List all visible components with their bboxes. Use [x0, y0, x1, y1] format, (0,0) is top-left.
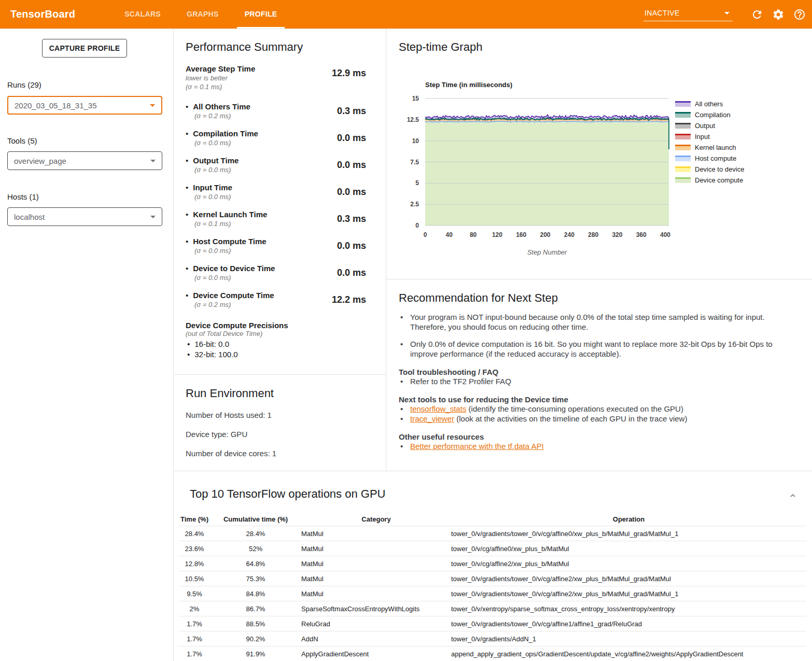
- metric-value: 12.2 ms: [332, 291, 366, 309]
- top-ops-table: Time (%)Cumulative time (%)CategoryOpera…: [179, 512, 806, 661]
- metric-label-line: •Host Compute Time: [186, 237, 267, 246]
- metric-row: •Device to Device Time(σ = 0.0 ms)0.0 ms: [186, 264, 366, 282]
- table-cell: 52%: [210, 545, 301, 553]
- column-header: Time (%): [179, 515, 210, 523]
- table-row: 10.5%75.3%MatMultower_0/v/gradients/towe…: [179, 571, 806, 586]
- table-cell: tower_0/v/gradients/AddN_1: [451, 635, 806, 643]
- svg-text:Step Number: Step Number: [527, 248, 567, 256]
- recommendation-subhead: Other useful resources: [399, 432, 796, 441]
- table-cell: 1.7%: [179, 635, 210, 643]
- performance-summary-section: Performance Summary Average Step Timelow…: [186, 40, 366, 360]
- legend-item-device-compute: Device compute: [675, 175, 744, 186]
- graph-section-divider: [386, 279, 812, 279]
- hosts-dropdown[interactable]: localhost: [7, 207, 162, 226]
- table-cell: MatMul: [301, 560, 451, 568]
- capture-profile-button[interactable]: CAPTURE PROFILE: [42, 39, 127, 58]
- chevron-down-icon: [150, 216, 156, 218]
- bullet-icon: •: [186, 210, 188, 219]
- legend-label: Device to device: [695, 165, 744, 173]
- metric-row: •Kernel Launch Time(σ = 0.1 ms)0.3 ms: [186, 210, 366, 228]
- table-cell: 88.5%: [210, 620, 301, 628]
- legend-item-host-compute: Host compute: [675, 153, 744, 164]
- recommendation-subhead: Next tools to use for reducing the Devic…: [399, 395, 796, 404]
- column-header: Category: [301, 515, 451, 523]
- legend-item-all-others: All others: [675, 99, 744, 109]
- svg-text:120: 120: [492, 231, 502, 238]
- table-cell: 23.6%: [179, 545, 210, 553]
- runs-label: Runs (29): [7, 80, 41, 89]
- svg-text:280: 280: [588, 231, 598, 238]
- tab-profile[interactable]: PROFILE: [232, 0, 290, 29]
- table-cell: tower_0/v/gradients/tower_0/v/cg/affine0…: [451, 530, 806, 538]
- metric-row: •Compilation Time(σ = 0.0 ms)0.0 ms: [186, 129, 366, 147]
- chevron-down-icon: [150, 104, 155, 107]
- runs-dropdown[interactable]: 2020_03_05_18_31_35: [7, 96, 162, 115]
- metric-label: Host Compute Time: [193, 237, 266, 246]
- recommendation-link[interactable]: tensorflow_stats: [410, 404, 466, 413]
- header-divider: [0, 29, 812, 29]
- metric-value: 0.3 ms: [337, 102, 366, 120]
- svg-text:15: 15: [412, 95, 419, 102]
- refresh-icon[interactable]: [751, 8, 763, 21]
- legend-label: All others: [695, 100, 723, 108]
- metric-label: Compilation Time: [193, 129, 258, 138]
- legend-item-kernel-launch: Kernel launch: [675, 142, 744, 153]
- svg-text:80: 80: [470, 231, 477, 238]
- table-cell: ApplyGradientDescent: [301, 650, 451, 658]
- metric-sigma: (σ = 0.0 ms): [194, 192, 232, 201]
- legend-item-output: Output: [675, 120, 744, 131]
- status-dropdown[interactable]: INACTIVE: [643, 8, 733, 21]
- legend-swatch-icon: [675, 156, 691, 161]
- toolbar-right: INACTIVE: [643, 0, 806, 29]
- metric-row: •Device Compute Time(σ = 0.2 ms)12.2 ms: [186, 291, 366, 309]
- table-cell: 28.4%: [210, 530, 301, 538]
- column-divider: [386, 29, 386, 471]
- metric-value: 12.9 ms: [332, 64, 366, 91]
- metric-labels: •Input Time(σ = 0.0 ms): [186, 183, 232, 201]
- svg-text:2.5: 2.5: [410, 201, 419, 208]
- metric-label-line: •Device to Device Time: [186, 264, 275, 273]
- recommendation-title: Recommendation for Next Step: [399, 291, 796, 305]
- recommendation-item-text: (look at the activities on the timeline …: [454, 414, 687, 423]
- bullet-icon: •: [186, 237, 188, 246]
- bullet-icon: •: [186, 102, 188, 111]
- metric-label-line: Average Step Time: [186, 64, 255, 74]
- metric-sigma: (σ = 0.0 ms): [194, 138, 258, 147]
- metric-sigma: (σ = 0.0 ms): [194, 165, 239, 174]
- status-value: INACTIVE: [645, 9, 680, 17]
- tools-dropdown[interactable]: overview_page: [7, 151, 162, 170]
- svg-text:0: 0: [415, 222, 419, 229]
- recommendation-section: Recommendation for Next Step Your progra…: [399, 291, 796, 451]
- help-icon[interactable]: [793, 8, 806, 21]
- svg-text:7.5: 7.5: [410, 159, 419, 166]
- table-cell: ReluGrad: [301, 620, 451, 628]
- metric-label: Device Compute Time: [193, 291, 274, 300]
- legend-label: Output: [695, 122, 715, 130]
- hosts-value: localhost: [14, 213, 45, 221]
- metric-labels: •All Others Time(σ = 0.2 ms): [186, 102, 250, 120]
- recommendation-link[interactable]: trace_viewer: [410, 414, 454, 423]
- recommendation-link[interactable]: Better performance with the tf.data API: [410, 442, 544, 451]
- recommendation-item-text: (identify the time-consuming operations …: [466, 404, 683, 413]
- table-cell: tower_0/v/gradients/tower_0/v/cg/affine2…: [451, 590, 806, 598]
- legend-label: Input: [695, 133, 710, 140]
- tab-graphs[interactable]: GRAPHS: [174, 0, 232, 29]
- metric-sigma: (σ = 0.0 ms): [194, 246, 267, 255]
- legend-item-compilation: Compilation: [675, 109, 744, 120]
- run-environment-title: Run Environment: [186, 387, 366, 400]
- device-compute-precisions: Device Compute Precisions (out of Total …: [186, 321, 366, 360]
- collapse-chevron-up-icon[interactable]: [788, 491, 797, 500]
- table-cell: 91.9%: [210, 650, 301, 658]
- top-ops-title: Top 10 TensorFlow operations on GPU: [190, 487, 385, 501]
- legend-swatch-icon: [675, 177, 691, 183]
- metric-value: 0.0 ms: [337, 156, 366, 174]
- tab-scalars[interactable]: SCALARS: [111, 0, 174, 29]
- table-cell: 9.5%: [179, 590, 210, 598]
- metric-sigma: (σ = 0.2 ms): [194, 111, 250, 120]
- legend-item-input: Input: [675, 131, 744, 142]
- svg-text:240: 240: [564, 231, 575, 238]
- svg-text:5: 5: [415, 179, 419, 187]
- table-row: 1.7%91.9%ApplyGradientDescentappend_appl…: [179, 646, 806, 661]
- bullet-icon: •: [186, 129, 188, 138]
- settings-gear-icon[interactable]: [772, 8, 785, 21]
